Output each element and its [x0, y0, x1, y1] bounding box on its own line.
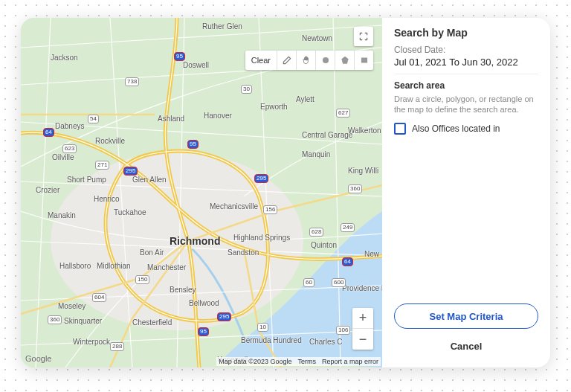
- polygon-tool[interactable]: [335, 51, 354, 70]
- pencil-icon: [282, 55, 292, 65]
- cancel-button[interactable]: Cancel: [394, 333, 538, 359]
- panel-title: Search by Map: [394, 27, 538, 39]
- freehand-tool[interactable]: [277, 51, 296, 70]
- report-error-link[interactable]: Report a map error: [322, 358, 378, 365]
- rectangle-tool[interactable]: [354, 51, 373, 70]
- terms-link[interactable]: Terms: [297, 358, 316, 365]
- zoom-controls: + −: [352, 308, 373, 350]
- side-panel: Search by Map Closed Date: Jul 01, 2021 …: [382, 18, 550, 367]
- svg-point-4: [322, 57, 328, 63]
- search-area-label: Search area: [394, 80, 538, 91]
- clear-button[interactable]: Clear: [245, 51, 277, 70]
- also-offices-checkbox-row[interactable]: Also Offices located in: [394, 123, 538, 135]
- search-by-map-panel: Richmond JacksonDoswellNewtownEpworthAyl…: [21, 18, 550, 367]
- checkbox-icon: [394, 123, 406, 135]
- closed-date-value: Jul 01, 2021 To Jun 30, 2022: [394, 57, 538, 68]
- checkbox-label: Also Offices located in: [412, 123, 500, 134]
- fullscreen-button[interactable]: [354, 27, 373, 46]
- circle-tool[interactable]: [315, 51, 335, 70]
- zoom-in-button[interactable]: +: [352, 308, 373, 329]
- search-area-hint: Draw a circle, polygon, or rectangle on …: [394, 94, 538, 115]
- hand-icon: [301, 55, 312, 65]
- circle-icon: [320, 55, 331, 65]
- polygon-icon: [340, 55, 350, 65]
- google-logo: Google: [25, 354, 51, 363]
- drawing-toolbar: Clear: [245, 51, 373, 70]
- zoom-out-button[interactable]: −: [352, 329, 373, 350]
- divider: [394, 74, 538, 74]
- rectangle-icon: [359, 55, 370, 65]
- set-map-criteria-button[interactable]: Set Map Criteria: [394, 303, 538, 329]
- pan-tool[interactable]: [296, 51, 315, 70]
- map-svg: [21, 18, 382, 367]
- map-attribution: Map data ©2023 Google Terms Report a map…: [216, 357, 381, 366]
- fullscreen-icon: [358, 31, 369, 42]
- map-canvas[interactable]: Richmond JacksonDoswellNewtownEpworthAyl…: [21, 18, 382, 367]
- svg-point-3: [170, 211, 288, 286]
- closed-date-label: Closed Date:: [394, 45, 538, 55]
- svg-rect-5: [361, 58, 367, 63]
- map-data-text: Map data ©2023 Google: [219, 358, 291, 365]
